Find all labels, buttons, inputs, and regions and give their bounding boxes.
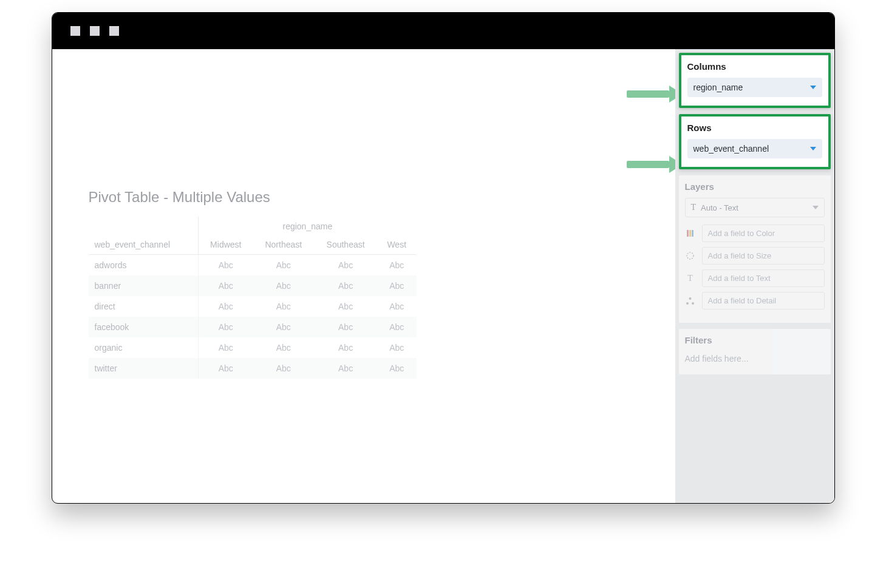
text-slot-placeholder: Add a field to Text <box>702 269 825 287</box>
window-control[interactable] <box>109 26 119 36</box>
detail-icon <box>685 297 696 305</box>
svg-point-2 <box>686 302 689 305</box>
table-cell: Abc <box>253 317 314 337</box>
size-icon <box>685 251 696 260</box>
table-cell: Abc <box>253 296 314 317</box>
text-icon <box>685 274 696 283</box>
rows-field-pill[interactable]: web_event_channel <box>687 139 822 158</box>
table-cell: Abc <box>199 358 253 379</box>
row-dimension-header: web_event_channel <box>89 235 199 255</box>
size-field-slot[interactable]: Add a field to Size <box>685 247 825 265</box>
rows-panel: Rows web_event_channel <box>679 114 831 169</box>
table-row: adwordsAbcAbcAbcAbc <box>89 255 417 276</box>
annotation-arrow-columns <box>627 86 683 103</box>
main-canvas: Pivot Table - Multiple Values region_nam… <box>52 49 675 503</box>
detail-slot-placeholder: Add a field to Detail <box>702 292 825 309</box>
text-icon <box>691 203 697 212</box>
columns-panel-title: Columns <box>687 61 822 72</box>
table-cell: Abc <box>199 317 253 337</box>
table-cell: Abc <box>199 255 253 276</box>
columns-panel: Columns region_name <box>679 53 831 108</box>
color-bars-icon <box>685 230 696 237</box>
table-cell: Abc <box>314 337 377 358</box>
table-cell: Abc <box>377 317 417 337</box>
columns-field-label: region_name <box>693 83 743 92</box>
svg-point-3 <box>692 302 694 305</box>
rows-panel-title: Rows <box>687 123 822 133</box>
table-cell: Abc <box>377 296 417 317</box>
row-label: facebook <box>89 317 199 337</box>
dropdown-caret-icon <box>813 206 819 209</box>
layers-panel-title: Layers <box>685 181 825 192</box>
rows-field-label: web_event_channel <box>693 144 769 154</box>
filters-panel-title: Filters <box>685 335 825 345</box>
layer-mode-select[interactable]: Auto - Text <box>685 198 825 217</box>
table-row: bannerAbcAbcAbcAbc <box>89 275 417 296</box>
window-control[interactable] <box>70 26 80 36</box>
column-header: Northeast <box>253 235 314 255</box>
table-row: directAbcAbcAbcAbc <box>89 296 417 317</box>
row-label: banner <box>89 275 199 296</box>
table-cell: Abc <box>314 296 377 317</box>
detail-field-slot[interactable]: Add a field to Detail <box>685 292 825 309</box>
layers-panel: Layers Auto - Text Add a field to Color <box>679 175 831 323</box>
table-cell: Abc <box>253 275 314 296</box>
table-cell: Abc <box>253 337 314 358</box>
table-cell: Abc <box>314 255 377 276</box>
table-cell: Abc <box>199 337 253 358</box>
pivot-table: region_name web_event_channel MidwestNor… <box>89 217 417 379</box>
row-label: adwords <box>89 255 199 276</box>
table-cell: Abc <box>199 275 253 296</box>
table-row: organicAbcAbcAbcAbc <box>89 337 417 358</box>
table-row: twitterAbcAbcAbcAbc <box>89 358 417 379</box>
column-header: Midwest <box>199 235 253 255</box>
columns-field-pill[interactable]: region_name <box>687 78 822 97</box>
column-header: West <box>377 235 417 255</box>
config-sidebar: Columns region_name Rows web_event_chann… <box>675 49 834 503</box>
table-cell: Abc <box>314 358 377 379</box>
table-row: facebookAbcAbcAbcAbc <box>89 317 417 337</box>
filters-panel: Filters Add fields here... <box>679 329 831 374</box>
row-label: twitter <box>89 358 199 379</box>
dropdown-caret-icon <box>810 86 816 89</box>
chart-title: Pivot Table - Multiple Values <box>89 189 639 206</box>
text-field-slot[interactable]: Add a field to Text <box>685 269 825 287</box>
app-window: Pivot Table - Multiple Values region_nam… <box>52 12 835 504</box>
table-cell: Abc <box>314 275 377 296</box>
dropdown-caret-icon <box>810 147 816 150</box>
table-cell: Abc <box>377 255 417 276</box>
column-header: Southeast <box>314 235 377 255</box>
row-label: organic <box>89 337 199 358</box>
table-cell: Abc <box>253 255 314 276</box>
table-cell: Abc <box>199 296 253 317</box>
table-cell: Abc <box>377 337 417 358</box>
filters-placeholder[interactable]: Add fields here... <box>685 351 825 366</box>
color-field-slot[interactable]: Add a field to Color <box>685 225 825 242</box>
app-body: Pivot Table - Multiple Values region_nam… <box>52 49 834 503</box>
table-cell: Abc <box>377 358 417 379</box>
table-cell: Abc <box>314 317 377 337</box>
row-label: direct <box>89 296 199 317</box>
layer-mode-label: Auto - Text <box>701 203 738 212</box>
size-slot-placeholder: Add a field to Size <box>702 247 825 265</box>
color-slot-placeholder: Add a field to Color <box>702 225 825 242</box>
column-super-header: region_name <box>199 217 417 235</box>
table-cell: Abc <box>253 358 314 379</box>
window-control[interactable] <box>90 26 100 36</box>
svg-point-1 <box>689 297 692 300</box>
annotation-arrow-rows <box>627 156 683 173</box>
table-cell: Abc <box>377 275 417 296</box>
window-titlebar <box>52 13 834 49</box>
svg-point-0 <box>687 252 693 259</box>
